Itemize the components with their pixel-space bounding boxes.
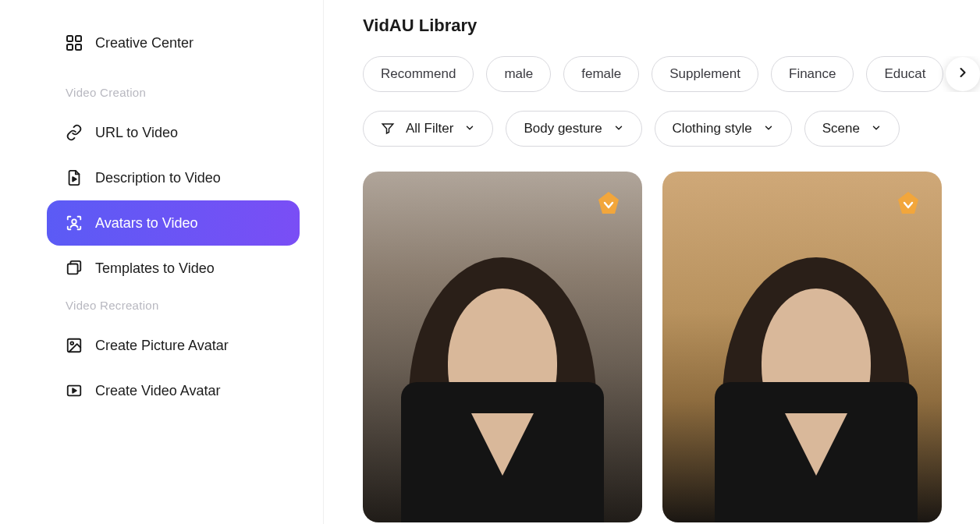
sidebar-item-label: Create Picture Avatar — [95, 338, 229, 354]
svg-rect-1 — [76, 36, 81, 41]
avatar-card[interactable] — [662, 172, 942, 522]
chip-label: Finance — [789, 66, 836, 82]
filter-label: Clothing style — [673, 121, 752, 136]
avatar-vneck-shape — [785, 413, 847, 476]
sidebar-item-templates-to-video[interactable]: Templates to Video — [47, 246, 300, 291]
main-content: VidAU Library Recommend male female Supp… — [324, 0, 980, 524]
sidebar-item-avatars-to-video[interactable]: Avatars to Video — [47, 200, 300, 246]
sidebar-item-label: Create Video Avatar — [95, 383, 220, 399]
sidebar-item-label: Templates to Video — [95, 260, 215, 277]
video-rect-icon — [66, 382, 83, 399]
premium-badge-icon — [595, 192, 622, 215]
sidebar-item-label: Description to Video — [95, 170, 221, 186]
chip-female[interactable]: female — [563, 56, 639, 92]
category-chip-row: Recommend male female Supplement Finance… — [363, 56, 980, 92]
doc-play-icon — [66, 169, 83, 186]
filter-body-gesture[interactable]: Body gesture — [506, 111, 641, 147]
sidebar-item-label: Avatars to Video — [95, 215, 197, 232]
sidebar-item-label: URL to Video — [95, 125, 178, 141]
sidebar: Creative Center Video Creation URL to Vi… — [0, 0, 324, 524]
chip-label: female — [581, 66, 621, 82]
page-title: VidAU Library — [363, 16, 980, 36]
sidebar-item-creative-center[interactable]: Creative Center — [47, 23, 300, 62]
avatar-vneck-shape — [471, 413, 534, 476]
templates-icon — [66, 260, 83, 277]
picture-icon — [66, 337, 83, 354]
chevron-down-icon — [613, 122, 624, 136]
chip-label: male — [504, 66, 533, 82]
grid-icon — [66, 34, 83, 51]
avatar-card-grid — [363, 172, 980, 522]
filter-label: Scene — [822, 121, 860, 136]
avatar-scan-icon — [66, 214, 83, 232]
chip-education[interactable]: Educat — [866, 56, 943, 92]
svg-rect-2 — [67, 44, 73, 50]
filter-label: All Filter — [406, 121, 453, 136]
chip-supplement[interactable]: Supplement — [652, 56, 758, 92]
sidebar-item-create-video-avatar[interactable]: Create Video Avatar — [47, 368, 300, 413]
svg-rect-3 — [76, 44, 81, 50]
sidebar-item-url-to-video[interactable]: URL to Video — [47, 110, 300, 155]
sidebar-item-description-to-video[interactable]: Description to Video — [47, 155, 300, 200]
chip-finance[interactable]: Finance — [771, 56, 854, 92]
chip-male[interactable]: male — [486, 56, 551, 92]
chevron-right-icon — [955, 65, 971, 83]
sidebar-item-label: Creative Center — [95, 35, 194, 51]
filter-row: All Filter Body gesture Clothing style S… — [363, 111, 980, 147]
filter-icon — [381, 122, 395, 136]
chip-label: Supplement — [669, 66, 740, 82]
section-header-video-recreation: Video Recreation — [47, 291, 300, 323]
svg-point-7 — [70, 342, 73, 345]
section-header-video-creation: Video Creation — [47, 78, 300, 110]
premium-badge-icon — [895, 192, 921, 215]
avatar-card[interactable] — [363, 172, 642, 522]
filter-all[interactable]: All Filter — [363, 111, 493, 147]
link-icon — [66, 124, 83, 141]
filter-clothing-style[interactable]: Clothing style — [655, 111, 792, 147]
filter-scene[interactable]: Scene — [804, 111, 900, 147]
chip-label: Recommend — [381, 66, 456, 82]
scroll-right-button[interactable] — [946, 57, 980, 91]
filter-label: Body gesture — [524, 121, 602, 136]
sidebar-item-create-picture-avatar[interactable]: Create Picture Avatar — [47, 323, 300, 368]
chip-recommend[interactable]: Recommend — [363, 56, 474, 92]
chevron-down-icon — [871, 122, 882, 136]
chevron-down-icon — [464, 122, 475, 136]
svg-point-4 — [72, 219, 76, 224]
chip-label: Educat — [884, 66, 925, 82]
svg-rect-5 — [68, 264, 78, 274]
chevron-down-icon — [763, 122, 774, 136]
svg-rect-0 — [67, 36, 73, 41]
